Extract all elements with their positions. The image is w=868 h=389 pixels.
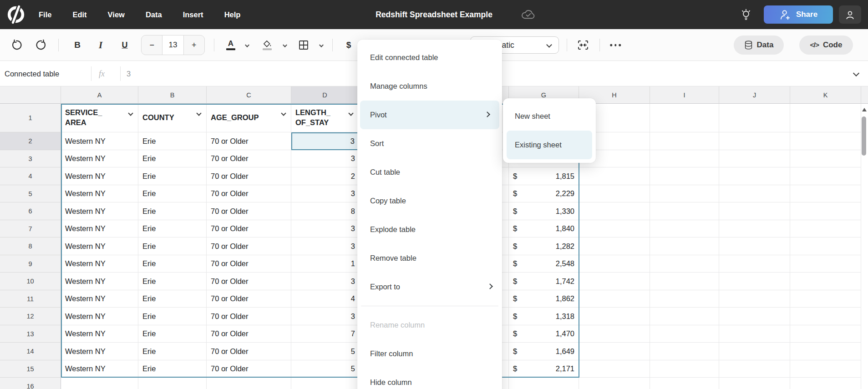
cell-B16[interactable] — [138, 378, 207, 389]
cell-J4[interactable] — [719, 167, 790, 185]
cell-H7[interactable] — [579, 220, 650, 237]
cell-B12[interactable]: Erie — [138, 308, 207, 325]
cell-C16[interactable] — [207, 378, 291, 389]
undo-button[interactable] — [11, 40, 22, 51]
menubar-item-help[interactable]: Help — [224, 10, 241, 19]
cell-A14[interactable]: Western NY — [61, 343, 138, 360]
more-options-button[interactable] — [610, 44, 621, 46]
cell-J7[interactable] — [719, 220, 790, 237]
cell-I7[interactable] — [650, 220, 719, 237]
italic-button[interactable]: I — [99, 40, 102, 51]
cell-H12[interactable] — [579, 308, 650, 325]
cell-G9[interactable]: $2,548 — [509, 255, 579, 273]
cell-J14[interactable] — [719, 343, 790, 360]
cell-B10[interactable]: Erie — [138, 273, 207, 290]
cell-B7[interactable]: Erie — [138, 220, 207, 237]
cell-H10[interactable] — [579, 273, 650, 290]
scrollbar-up-button[interactable] — [862, 108, 867, 111]
cell-D10[interactable]: 3 — [291, 273, 359, 290]
menu-item-copy-table[interactable]: Copy table — [357, 187, 502, 215]
decrease-font-size-button[interactable]: − — [142, 35, 162, 55]
cell-I5[interactable] — [650, 185, 719, 202]
submenu-item-existing-sheet[interactable]: Existing sheet — [507, 131, 592, 159]
document-title[interactable]: Redshift Spreadsheet Example — [376, 0, 492, 29]
row-header-3[interactable]: 3 — [0, 150, 61, 167]
cell-H5[interactable] — [579, 185, 650, 202]
cell-K10[interactable] — [790, 273, 861, 290]
cell-H9[interactable] — [579, 255, 650, 273]
menu-item-filter-column[interactable]: Filter column — [357, 339, 502, 368]
cell-K2[interactable] — [790, 132, 861, 150]
cell-C5[interactable]: 70 or Older — [207, 185, 291, 202]
cell-C2[interactable]: 70 or Older — [207, 132, 291, 150]
menu-item-sort[interactable]: Sort — [357, 129, 502, 158]
cell-K6[interactable] — [790, 202, 861, 220]
row-header-5[interactable]: 5 — [0, 185, 61, 202]
cell-C8[interactable]: 70 or Older — [207, 237, 291, 255]
cell-I13[interactable] — [650, 325, 719, 343]
cell-A12[interactable]: Western NY — [61, 308, 138, 325]
row-header-7[interactable]: 7 — [0, 220, 61, 237]
menubar-item-insert[interactable]: Insert — [183, 10, 203, 19]
cell-I16[interactable] — [650, 378, 719, 389]
cell-A11[interactable]: Western NY — [61, 290, 138, 308]
code-panel-button[interactable]: </> Code — [799, 35, 853, 55]
column-header-A[interactable]: A — [61, 86, 138, 104]
column-header-C[interactable]: C — [207, 86, 291, 104]
cell-C3[interactable]: 70 or Older — [207, 150, 291, 167]
cell-I2[interactable] — [650, 132, 719, 150]
menu-item-explode-table[interactable]: Explode table — [357, 215, 502, 244]
cell-B3[interactable]: Erie — [138, 150, 207, 167]
row-header-14[interactable]: 14 — [0, 343, 61, 360]
cell-A8[interactable]: Western NY — [61, 237, 138, 255]
column-menu-chevron-icon[interactable] — [348, 111, 353, 116]
lightbulb-icon[interactable] — [741, 9, 751, 21]
column-header-K[interactable]: K — [790, 86, 861, 104]
name-box[interactable]: Connected table — [5, 61, 59, 86]
menubar-item-data[interactable]: Data — [146, 10, 162, 19]
cell-H4[interactable] — [579, 167, 650, 185]
cell-I12[interactable] — [650, 308, 719, 325]
fit-columns-icon[interactable] — [577, 40, 589, 51]
cell-A5[interactable]: Western NY — [61, 185, 138, 202]
menubar-item-edit[interactable]: Edit — [72, 10, 86, 19]
underline-button[interactable]: U — [122, 40, 128, 50]
cell-I1[interactable] — [650, 104, 719, 132]
formula-input[interactable]: 3 — [127, 61, 131, 86]
cell-A15[interactable]: Western NY — [61, 360, 138, 378]
cell-H8[interactable] — [579, 237, 650, 255]
menubar-item-file[interactable]: File — [39, 10, 51, 19]
cell-C4[interactable]: 70 or Older — [207, 167, 291, 185]
cell-A6[interactable]: Western NY — [61, 202, 138, 220]
cell-K7[interactable] — [790, 220, 861, 237]
cell-A1[interactable]: SERVICE_ AREA — [61, 104, 138, 132]
cell-G8[interactable]: $1,282 — [509, 237, 579, 255]
cell-K12[interactable] — [790, 308, 861, 325]
fill-color-button[interactable] — [263, 40, 272, 50]
font-size-value[interactable]: 13 — [162, 35, 183, 55]
increase-font-size-button[interactable]: + — [184, 35, 204, 55]
cell-C12[interactable]: 70 or Older — [207, 308, 291, 325]
cell-G7[interactable]: $1,840 — [509, 220, 579, 237]
cell-D6[interactable]: 8 — [291, 202, 359, 220]
cell-H14[interactable] — [579, 343, 650, 360]
cell-I8[interactable] — [650, 237, 719, 255]
cell-J13[interactable] — [719, 325, 790, 343]
cell-G13[interactable]: $1,470 — [509, 325, 579, 343]
cell-B4[interactable]: Erie — [138, 167, 207, 185]
cell-D14[interactable]: 5 — [291, 343, 359, 360]
cell-K11[interactable] — [790, 290, 861, 308]
cell-J5[interactable] — [719, 185, 790, 202]
scrollbar-thumb[interactable] — [862, 116, 866, 156]
cell-D7[interactable]: 3 — [291, 220, 359, 237]
cell-B5[interactable]: Erie — [138, 185, 207, 202]
row-header-13[interactable]: 13 — [0, 325, 61, 343]
row-header-9[interactable]: 9 — [0, 255, 61, 273]
cell-D12[interactable]: 3 — [291, 308, 359, 325]
cell-J10[interactable] — [719, 273, 790, 290]
cell-B1[interactable]: COUNTY — [138, 104, 207, 132]
cell-J1[interactable] — [719, 104, 790, 132]
cell-J3[interactable] — [719, 150, 790, 167]
cell-J15[interactable] — [719, 360, 790, 378]
cell-B15[interactable]: Erie — [138, 360, 207, 378]
